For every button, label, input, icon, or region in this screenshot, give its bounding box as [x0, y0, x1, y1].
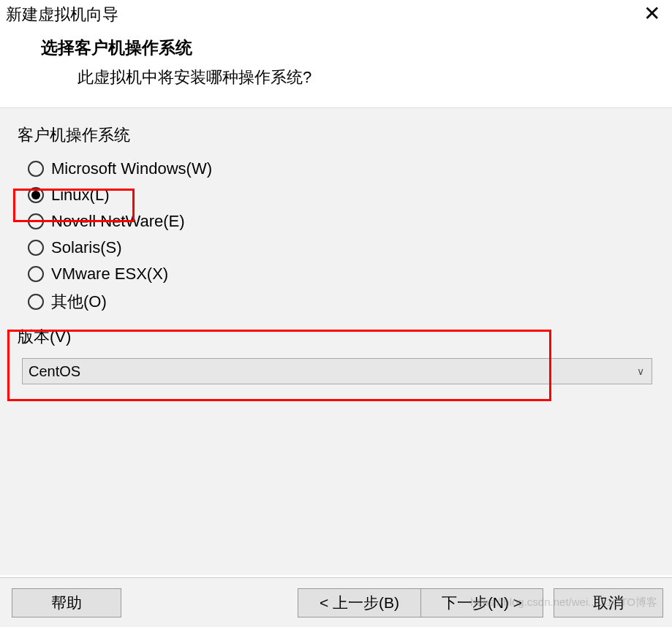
chevron-down-icon: ∨ [637, 365, 644, 377]
radio-label: Microsoft Windows(W) [51, 159, 212, 178]
radio-icon [28, 294, 44, 310]
os-group-label: 客户机操作系统 [18, 124, 654, 146]
next-button[interactable]: 下一步(N) > [420, 588, 543, 618]
close-icon[interactable]: ✕ [641, 4, 663, 24]
radio-icon [28, 187, 44, 203]
dropdown-value: CentOS [29, 363, 80, 380]
content-panel: 客户机操作系统 Microsoft Windows(W) Linux(L) No… [0, 107, 672, 575]
radio-linux[interactable]: Linux(L) [25, 184, 654, 206]
version-label: 版本(V) [18, 326, 654, 348]
version-dropdown[interactable]: CentOS ∨ [22, 358, 652, 384]
radio-solaris[interactable]: Solaris(S) [25, 237, 654, 259]
page-title: 选择客户机操作系统 [41, 37, 672, 59]
radio-label: 其他(O) [51, 291, 107, 313]
back-button[interactable]: < 上一步(B) [298, 588, 420, 618]
window-title: 新建虚拟机向导 [6, 4, 118, 26]
radio-other[interactable]: 其他(O) [25, 289, 654, 314]
radio-novell[interactable]: Novell NetWare(E) [25, 210, 654, 232]
radio-icon [28, 213, 44, 229]
titlebar: 新建虚拟机向导 ✕ [0, 0, 672, 29]
radio-windows[interactable]: Microsoft Windows(W) [25, 158, 654, 180]
radio-label: Solaris(S) [51, 238, 122, 257]
radio-label: Linux(L) [51, 186, 109, 205]
help-button[interactable]: 帮助 [12, 588, 121, 618]
radio-icon [28, 240, 44, 256]
wizard-header: 选择客户机操作系统 此虚拟机中将安装哪种操作系统? [0, 29, 672, 107]
footer: 帮助 < 上一步(B) 下一步(N) > 取消 [0, 577, 672, 627]
cancel-button[interactable]: 取消 [554, 588, 663, 618]
version-section: 版本(V) CentOS ∨ [18, 326, 654, 384]
os-radio-group: Microsoft Windows(W) Linux(L) Novell Net… [25, 158, 654, 314]
radio-icon [28, 161, 44, 177]
radio-icon [28, 266, 44, 282]
radio-vmware-esx[interactable]: VMware ESX(X) [25, 263, 654, 285]
radio-label: Novell NetWare(E) [51, 212, 185, 231]
page-subtitle: 此虚拟机中将安装哪种操作系统? [78, 66, 672, 88]
radio-label: VMware ESX(X) [51, 265, 168, 284]
